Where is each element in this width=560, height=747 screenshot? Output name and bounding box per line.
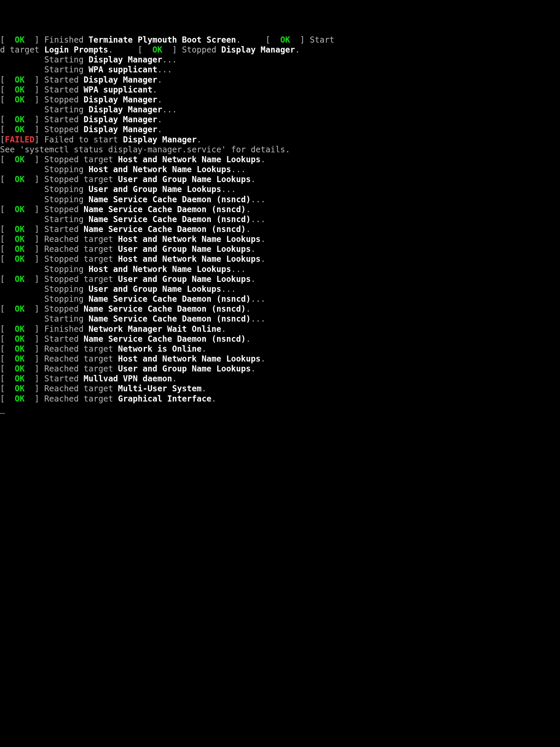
unit-name: Name Service Cache Daemon (nsncd) — [88, 195, 250, 204]
unit-name: Host and Network Name Lookups — [118, 254, 261, 264]
boot-text: See 'systemctl status display-manager.se… — [0, 145, 290, 154]
boot-text: Reached target — [44, 384, 118, 393]
boot-line: [ OK ] Started Name Service Cache Daemon… — [0, 224, 560, 234]
boot-line: [ OK ] Stopped Name Service Cache Daemon… — [0, 304, 560, 314]
boot-text: Reached target — [44, 244, 118, 254]
boot-line: [ OK ] Stopped Display Manager. — [0, 125, 560, 134]
unit-name: Display Manager — [88, 105, 162, 114]
status-failed: FAILED — [5, 135, 34, 145]
unit-name: Display Manager — [84, 75, 158, 85]
status-ok: OK — [15, 304, 25, 314]
boot-text: _ — [0, 404, 5, 413]
boot-text: [ — [0, 205, 15, 214]
unit-name: WPA supplicant — [84, 85, 153, 95]
status-ok: OK — [15, 175, 25, 184]
boot-line: Starting Display Manager... — [0, 55, 560, 65]
boot-line: Stopping Host and Network Name Lookups..… — [0, 164, 560, 175]
unit-name: Name Service Cache Daemon (nsncd) — [84, 304, 246, 314]
unit-name: Display Manager — [88, 55, 162, 65]
unit-name: Graphical Interface — [118, 394, 211, 404]
boot-text: [ — [0, 155, 15, 164]
boot-line: [ OK ] Started Mullvad VPN daemon. — [0, 374, 560, 384]
boot-text: [ — [0, 334, 15, 344]
boot-text: [ — [0, 364, 15, 374]
boot-text: Starting — [0, 65, 88, 74]
unit-name: User and Group Name Lookups — [88, 284, 221, 294]
boot-text: [ — [0, 234, 15, 244]
status-ok: OK — [15, 95, 25, 104]
boot-text: ... — [221, 284, 236, 294]
boot-text: . — [157, 115, 162, 124]
boot-text: Stopping — [0, 264, 88, 274]
boot-line: [ OK ] Reached target Multi-User System. — [0, 384, 560, 394]
unit-name: Name Service Cache Daemon (nsncd) — [84, 205, 246, 214]
boot-line: [ OK ] Stopped target Host and Network N… — [0, 155, 560, 164]
status-ok: OK — [280, 35, 290, 45]
boot-text: ] — [25, 304, 44, 314]
boot-line: [FAILED] Failed to start Display Manager… — [0, 135, 560, 145]
boot-text: Reached target — [44, 394, 118, 404]
boot-text: ] — [25, 35, 44, 45]
unit-name: Network is Online — [118, 344, 202, 354]
boot-text: . — [153, 85, 158, 95]
boot-text: ... — [251, 314, 266, 324]
status-ok: OK — [15, 35, 25, 45]
boot-text: Started — [44, 374, 84, 383]
boot-line: Stopping Name Service Cache Daemon (nsnc… — [0, 294, 560, 304]
boot-text: Started — [44, 115, 84, 124]
status-ok: OK — [15, 125, 25, 134]
boot-text: Stopped target — [44, 254, 118, 264]
boot-text: ] — [25, 344, 44, 354]
boot-text: [ — [0, 85, 15, 95]
unit-name: Host and Network Name Lookups — [118, 234, 261, 244]
boot-text: [ — [0, 115, 15, 124]
boot-text: ] — [25, 334, 44, 344]
boot-line: [ OK ] Stopped target Host and Network N… — [0, 254, 560, 264]
boot-text: Stopped target — [44, 155, 118, 164]
boot-text: ] — [162, 45, 182, 55]
boot-text: Stopped target — [44, 175, 118, 184]
unit-name: Name Service Cache Daemon (nsncd) — [84, 224, 246, 234]
boot-text: [ — [241, 35, 280, 45]
boot-text: ] — [25, 85, 44, 95]
boot-text: ... — [221, 184, 236, 194]
unit-name: Display Manager — [221, 45, 295, 55]
boot-line: [ OK ] Started Name Service Cache Daemon… — [0, 334, 560, 344]
boot-text: Failed to start — [44, 135, 123, 145]
unit-name: Host and Network Name Lookups — [118, 155, 261, 164]
unit-name: Terminate Plymouth Boot Screen — [88, 35, 236, 45]
unit-name: Name Service Cache Daemon (nsncd) — [88, 314, 250, 324]
boot-text: Starting — [0, 105, 88, 114]
status-ok: OK — [15, 155, 25, 164]
boot-text: Stopped — [44, 205, 84, 214]
boot-text: Stopping — [0, 284, 88, 294]
status-ok: OK — [15, 384, 25, 393]
boot-text: d target — [0, 45, 44, 55]
boot-line: [ OK ] Stopped target User and Group Nam… — [0, 175, 560, 184]
unit-name: Mullvad VPN daemon — [84, 374, 172, 383]
boot-text: Start — [310, 35, 334, 45]
status-ok: OK — [15, 115, 25, 124]
boot-line: See 'systemctl status display-manager.se… — [0, 145, 560, 155]
boot-text: Started — [44, 334, 84, 344]
boot-text: Finished — [44, 35, 89, 45]
unit-name: Host and Network Name Lookups — [118, 354, 261, 364]
boot-line: [ OK ] Finished Terminate Plymouth Boot … — [0, 35, 560, 45]
boot-text: ] — [25, 125, 44, 134]
boot-text: Stopping — [0, 294, 88, 304]
boot-text: ] — [25, 254, 44, 264]
status-ok: OK — [15, 374, 25, 383]
boot-text: Started — [44, 85, 84, 95]
boot-text: . — [157, 95, 162, 104]
boot-text: . — [221, 324, 226, 334]
unit-name: Host and Network Name Lookups — [88, 264, 231, 274]
boot-text: [ — [0, 244, 15, 254]
boot-line: [ OK ] Finished Network Manager Wait Onl… — [0, 324, 560, 334]
boot-text: . — [261, 354, 265, 364]
boot-text: . — [202, 344, 207, 354]
boot-text: [ — [0, 354, 15, 364]
boot-text: Stopping — [0, 195, 88, 204]
boot-line: Starting Display Manager... — [0, 105, 560, 115]
boot-text: Reached target — [44, 234, 118, 244]
boot-line: [ OK ] Reached target Network is Online. — [0, 344, 560, 354]
